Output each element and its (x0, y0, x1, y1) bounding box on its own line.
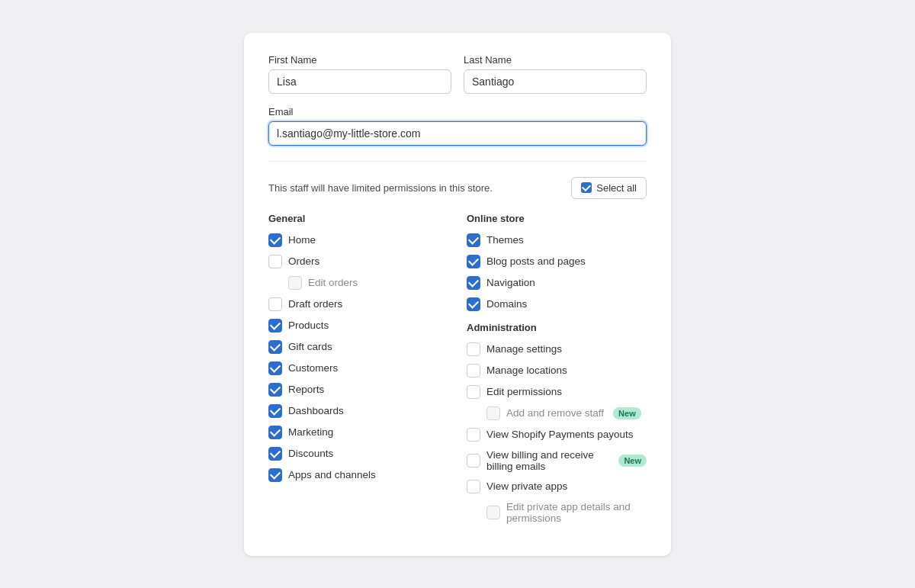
label-view-payments: View Shopify Payments payouts (486, 429, 634, 440)
permissions-header: This staff will have limited permissions… (268, 177, 647, 199)
perm-discounts: Discounts (268, 447, 448, 461)
perm-view-private-apps: View private apps (467, 480, 647, 493)
checkbox-manage-locations[interactable] (467, 364, 480, 378)
checkbox-marketing[interactable] (268, 426, 282, 439)
label-discounts: Discounts (288, 448, 333, 459)
label-gift-cards: Gift cards (288, 341, 332, 352)
perm-products: Products (268, 319, 448, 333)
administration-title: Administration (467, 322, 647, 333)
label-edit-orders: Edit orders (308, 277, 358, 288)
label-manage-locations: Manage locations (486, 365, 567, 376)
permissions-grid: General Home Orders Edit orders Draft or… (268, 213, 647, 532)
perm-navigation: Navigation (467, 276, 647, 290)
online-store-title: Online store (467, 213, 647, 224)
perm-edit-permissions: Edit permissions (467, 385, 647, 399)
general-title: General (268, 213, 448, 224)
perm-home: Home (268, 233, 448, 247)
right-column: Online store Themes Blog posts and pages… (467, 213, 647, 532)
checkbox-edit-private-app (486, 506, 500, 519)
perm-apps-channels: Apps and channels (268, 468, 448, 482)
perm-view-billing: View billing and receive billing emails … (467, 449, 647, 472)
perm-domains: Domains (467, 297, 647, 311)
checkbox-blog-posts[interactable] (467, 255, 480, 268)
email-label: Email (268, 106, 647, 117)
label-marketing: Marketing (288, 426, 333, 438)
label-draft-orders: Draft orders (288, 298, 342, 310)
checkbox-dashboards[interactable] (268, 404, 282, 418)
first-name-input[interactable] (268, 69, 451, 94)
perm-reports: Reports (268, 383, 448, 397)
perm-manage-locations: Manage locations (467, 364, 647, 378)
label-customers: Customers (288, 362, 338, 374)
general-column: General Home Orders Edit orders Draft or… (268, 213, 448, 532)
checkbox-discounts[interactable] (268, 447, 282, 461)
checkbox-domains[interactable] (467, 297, 480, 311)
label-dashboards: Dashboards (288, 405, 344, 416)
label-reports: Reports (288, 384, 324, 395)
perm-draft-orders: Draft orders (268, 297, 448, 311)
checkbox-orders[interactable] (268, 255, 282, 268)
checkbox-gift-cards[interactable] (268, 340, 282, 354)
perm-add-remove-staff: Add and remove staff New (467, 406, 647, 420)
first-name-label: First Name (268, 54, 451, 66)
permissions-note: This staff will have limited permissions… (268, 182, 493, 194)
email-group: Email (268, 106, 647, 146)
label-orders: Orders (288, 255, 319, 267)
checkbox-edit-permissions[interactable] (467, 385, 480, 399)
checkbox-draft-orders[interactable] (268, 297, 282, 311)
perm-gift-cards: Gift cards (268, 340, 448, 354)
perm-edit-private-app: Edit private app details and permissions (467, 501, 647, 524)
perm-view-payments: View Shopify Payments payouts (467, 428, 647, 442)
checkbox-view-payments[interactable] (467, 428, 480, 442)
checkbox-edit-orders (288, 276, 302, 290)
label-view-private-apps: View private apps (486, 480, 567, 492)
label-products: Products (288, 320, 329, 331)
label-home: Home (288, 234, 316, 246)
select-all-check-icon (581, 182, 592, 193)
add-remove-staff-badge: New (613, 407, 641, 419)
checkbox-view-private-apps[interactable] (467, 480, 480, 493)
last-name-input[interactable] (464, 69, 647, 94)
perm-marketing: Marketing (268, 426, 448, 439)
checkbox-navigation[interactable] (467, 276, 480, 290)
label-navigation: Navigation (486, 277, 535, 288)
label-view-billing: View billing and receive billing emails (486, 449, 609, 472)
divider (268, 161, 647, 162)
email-input[interactable] (268, 121, 647, 146)
label-domains: Domains (486, 298, 527, 310)
checkbox-reports[interactable] (268, 383, 282, 397)
checkbox-manage-settings[interactable] (467, 342, 480, 356)
checkbox-home[interactable] (268, 233, 282, 247)
checkbox-add-remove-staff (486, 406, 500, 420)
perm-edit-orders: Edit orders (268, 276, 448, 290)
main-card: First Name Last Name Email This staff wi… (244, 33, 671, 556)
label-apps-channels: Apps and channels (288, 469, 376, 480)
name-row: First Name Last Name (268, 54, 647, 94)
checkbox-themes[interactable] (467, 233, 480, 247)
perm-customers: Customers (268, 361, 448, 375)
checkbox-apps-channels[interactable] (268, 468, 282, 482)
first-name-group: First Name (268, 54, 451, 94)
perm-dashboards: Dashboards (268, 404, 448, 418)
view-billing-badge: New (618, 455, 647, 467)
label-edit-permissions: Edit permissions (486, 386, 562, 397)
perm-themes: Themes (467, 233, 647, 247)
label-themes: Themes (486, 234, 524, 246)
perm-blog-posts: Blog posts and pages (467, 255, 647, 268)
perm-manage-settings: Manage settings (467, 342, 647, 356)
checkbox-view-billing[interactable] (467, 454, 480, 468)
select-all-label: Select all (596, 182, 637, 194)
checkbox-products[interactable] (268, 319, 282, 333)
select-all-button[interactable]: Select all (571, 177, 647, 199)
perm-orders: Orders (268, 255, 448, 268)
last-name-label: Last Name (464, 54, 647, 66)
last-name-group: Last Name (464, 54, 647, 94)
checkbox-customers[interactable] (268, 361, 282, 375)
label-add-remove-staff: Add and remove staff (506, 407, 604, 419)
label-manage-settings: Manage settings (486, 343, 562, 355)
label-blog-posts: Blog posts and pages (486, 255, 586, 267)
label-edit-private-app: Edit private app details and permissions (506, 501, 647, 524)
